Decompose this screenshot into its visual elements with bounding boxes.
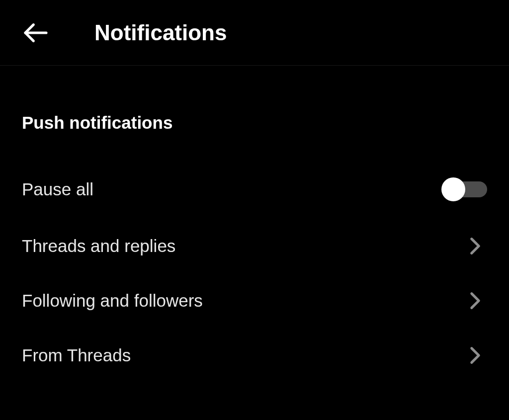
- row-label-following-followers: Following and followers: [22, 291, 203, 311]
- page-title: Notifications: [94, 20, 227, 45]
- row-from-threads[interactable]: From Threads: [22, 328, 487, 383]
- back-arrow-icon[interactable]: [22, 19, 50, 47]
- section-header: Push notifications: [22, 113, 487, 133]
- row-threads-replies[interactable]: Threads and replies: [22, 219, 487, 273]
- chevron-right-icon: [468, 294, 482, 308]
- toggle-thumb: [441, 177, 465, 201]
- row-label-threads-replies: Threads and replies: [22, 236, 175, 256]
- row-label-from-threads: From Threads: [22, 345, 131, 365]
- toggle-pause-all[interactable]: [441, 177, 487, 201]
- row-following-followers[interactable]: Following and followers: [22, 273, 487, 328]
- chevron-right-icon: [468, 239, 482, 253]
- row-pause-all[interactable]: Pause all: [22, 160, 487, 219]
- header: Notifications: [0, 0, 509, 66]
- content: Push notifications Pause all Threads and…: [0, 113, 509, 383]
- row-label-pause-all: Pause all: [22, 179, 93, 199]
- chevron-right-icon: [468, 348, 482, 362]
